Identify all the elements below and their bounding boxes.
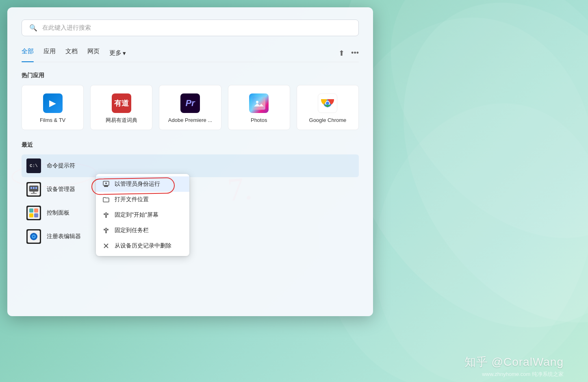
photos-label: Photos bbox=[251, 117, 267, 124]
context-pin-start[interactable]: 固定到"开始"屏幕 bbox=[96, 207, 189, 223]
tab-web[interactable]: 网页 bbox=[87, 48, 100, 59]
films-icon: ▶ bbox=[43, 93, 63, 113]
chrome-icon bbox=[318, 93, 337, 113]
hot-apps-title: 热门应用 bbox=[22, 72, 359, 79]
svg-rect-15 bbox=[33, 191, 35, 193]
watermark-text: 知乎 @CoralWang bbox=[464, 354, 564, 370]
cmd-icon: C:\ bbox=[26, 158, 41, 173]
svg-point-32 bbox=[105, 182, 107, 184]
search-bar[interactable]: 🔍 在此键入进行搜索 bbox=[22, 20, 359, 36]
recent-device-manager[interactable]: 设备管理器 bbox=[22, 178, 359, 201]
app-premiere[interactable]: Pr Adobe Premiere ... bbox=[159, 85, 221, 130]
start-menu: 🔍 在此键入进行搜索 全部 应用 文档 网页 更多 ▾ ⬆ ••• 热门应用 ▶… bbox=[7, 7, 373, 316]
regedit-icon bbox=[26, 229, 41, 244]
svg-rect-21 bbox=[34, 213, 38, 217]
svg-rect-31 bbox=[104, 185, 108, 187]
youdao-label: 网易有道词典 bbox=[106, 117, 137, 124]
recent-list: C:\ 命令提示符 设备管理器 bbox=[22, 154, 359, 248]
tab-apps[interactable]: 应用 bbox=[43, 48, 56, 59]
open-location-label: 打开文件位置 bbox=[115, 196, 149, 203]
context-run-as-admin[interactable]: 以管理员身份运行 bbox=[96, 176, 189, 192]
svg-rect-12 bbox=[30, 187, 32, 189]
youdao-icon: 有道 bbox=[112, 93, 131, 113]
recent-title: 最近 bbox=[22, 141, 359, 149]
photos-icon bbox=[249, 93, 269, 113]
svg-rect-17 bbox=[28, 207, 40, 219]
context-remove-history[interactable]: 从设备历史记录中删除 bbox=[96, 238, 189, 254]
recent-control-panel[interactable]: 控制面板 bbox=[22, 202, 359, 224]
svg-point-9 bbox=[326, 102, 329, 105]
regedit-label: 注册表编辑器 bbox=[47, 233, 81, 240]
search-input[interactable]: 在此键入进行搜索 bbox=[42, 24, 91, 32]
watermark-sub-text: www.zhnyhome.com 纯净系统之家 bbox=[482, 371, 564, 378]
shield-icon bbox=[102, 180, 110, 188]
app-chrome[interactable]: Google Chrome bbox=[297, 85, 359, 130]
svg-rect-18 bbox=[29, 208, 33, 213]
svg-rect-20 bbox=[29, 213, 33, 217]
svg-rect-13 bbox=[33, 187, 35, 189]
premiere-label: Adobe Premiere ... bbox=[168, 117, 212, 124]
tab-docs[interactable]: 文档 bbox=[65, 48, 78, 59]
share-icon[interactable]: ⬆ bbox=[338, 49, 345, 58]
control-panel-label: 控制面板 bbox=[47, 209, 69, 217]
app-films[interactable]: ▶ Films & TV bbox=[22, 85, 84, 130]
films-label: Films & TV bbox=[40, 117, 65, 124]
cmd-label: 命令提示符 bbox=[47, 162, 75, 169]
tab-all[interactable]: 全部 bbox=[22, 48, 34, 59]
svg-point-25 bbox=[33, 236, 35, 237]
svg-rect-5 bbox=[252, 97, 265, 110]
filter-action-icons: ⬆ ••• bbox=[338, 49, 359, 58]
remove-history-label: 从设备历史记录中删除 bbox=[115, 242, 171, 250]
pin-icon bbox=[102, 211, 110, 219]
filter-tabs: 全部 应用 文档 网页 更多 ▾ ⬆ ••• bbox=[22, 48, 359, 62]
app-grid: ▶ Films & TV 有道 网易有道词典 Pr Adobe Premiere… bbox=[22, 85, 359, 130]
app-photos[interactable]: Photos bbox=[228, 85, 290, 130]
search-icon: 🔍 bbox=[29, 24, 37, 32]
device-manager-icon bbox=[26, 182, 41, 197]
run-as-admin-label: 以管理员身份运行 bbox=[115, 180, 160, 188]
context-open-location[interactable]: 打开文件位置 bbox=[96, 192, 189, 207]
premiere-icon: Pr bbox=[180, 93, 200, 113]
device-manager-label: 设备管理器 bbox=[47, 186, 75, 193]
svg-rect-19 bbox=[34, 208, 38, 213]
context-pin-taskbar[interactable]: 固定到任务栏 bbox=[96, 223, 189, 238]
recent-regedit[interactable]: 注册表编辑器 bbox=[22, 225, 359, 248]
pin-start-label: 固定到"开始"屏幕 bbox=[115, 211, 158, 219]
recent-cmd[interactable]: C:\ 命令提示符 bbox=[22, 154, 359, 177]
svg-point-6 bbox=[256, 101, 258, 103]
chevron-down-icon: ▾ bbox=[123, 50, 126, 57]
app-youdao[interactable]: 有道 网易有道词典 bbox=[90, 85, 152, 130]
svg-rect-16 bbox=[31, 193, 37, 194]
control-panel-icon bbox=[26, 206, 41, 220]
context-menu: 以管理员身份运行 打开文件位置 固定到"开始"屏幕 bbox=[96, 174, 189, 256]
chrome-label: Google Chrome bbox=[309, 117, 347, 124]
folder-open-icon bbox=[102, 196, 110, 203]
pin-taskbar-label: 固定到任务栏 bbox=[115, 227, 149, 234]
more-options-icon[interactable]: ••• bbox=[351, 49, 359, 58]
pin-taskbar-icon bbox=[102, 227, 110, 234]
close-icon bbox=[102, 242, 110, 250]
tab-more[interactable]: 更多 ▾ bbox=[109, 49, 126, 57]
svg-rect-14 bbox=[35, 187, 37, 189]
